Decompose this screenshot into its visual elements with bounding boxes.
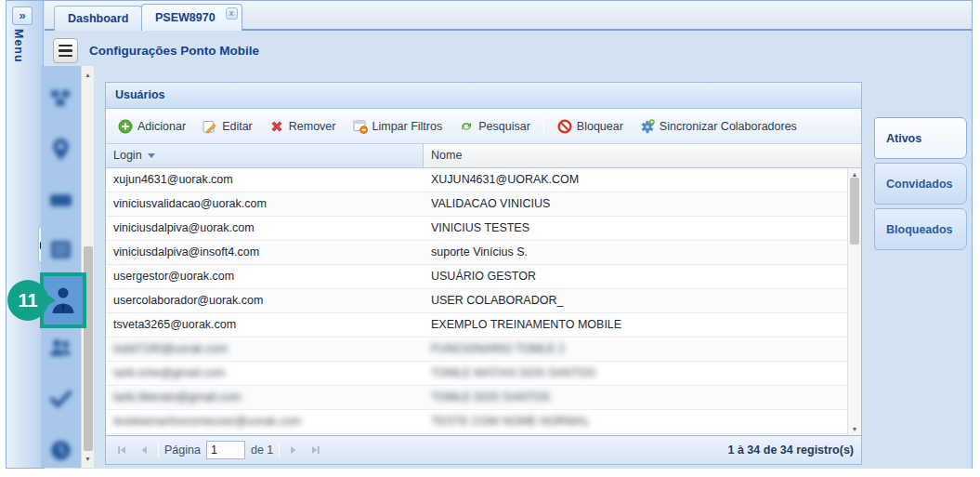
cell-nome: suporte Vinícius S. — [424, 241, 861, 264]
cell-nome: XUJUN4631@UORAK.COM — [424, 168, 861, 192]
annotation-badge-tail — [42, 291, 56, 310]
tab-dashboard[interactable]: Dashboard — [54, 6, 142, 31]
cell-nome: TESTE COM NOME NORMAL — [424, 410, 861, 433]
refresh-icon — [459, 119, 474, 134]
sync-gear-icon — [640, 119, 655, 134]
location-icon[interactable] — [48, 137, 73, 162]
block-icon — [557, 119, 572, 134]
cell-nome: TOMLE DOS SANTOS — [424, 386, 861, 409]
card-icon[interactable] — [48, 188, 73, 213]
tab-psew8970-label: PSEW8970 — [155, 11, 216, 24]
sincronizar-colaboradores-label: Sincronizar Colaboradores — [660, 120, 797, 133]
remover-label: Remover — [289, 120, 336, 133]
sincronizar-colaboradores-button[interactable]: Sincronizar Colaboradores — [634, 115, 804, 138]
tab-bloqueados[interactable]: Bloqueados — [874, 208, 967, 250]
editar-button[interactable]: Editar — [196, 115, 259, 138]
cell-login: testetamanhonomeuser@uorak.com — [106, 410, 424, 433]
limpar-filtros-button[interactable]: Limpar Filtros — [346, 115, 450, 138]
cell-nome: USUÁRIO GESTOR — [424, 265, 861, 288]
cell-nome: EXEMPLO TREINAMENTO MOBILE — [424, 313, 861, 337]
cell-login: viniciusdalpiva@uorak.com — [106, 217, 424, 240]
tab-convidados[interactable]: Convidados — [874, 163, 967, 205]
pagination-separator — [279, 443, 280, 457]
table-scrollbar[interactable]: ▲ ▼ — [847, 168, 861, 435]
records-summary: 1 à 34 de 34 registro(s) — [728, 444, 854, 457]
cell-login: tarik.tche@gmail.com — [106, 362, 424, 385]
app-window: » Menu Dashboard PSEW8970 x Configuraçõe… — [0, 0, 980, 477]
scroll-up-icon[interactable]: ▲ — [848, 171, 861, 178]
cell-login: todd7190@uorak.com — [106, 338, 424, 361]
cell-nome: FUNCIONARIO TOMLE 2 — [424, 338, 861, 361]
table-row[interactable]: usergestor@uorak.com USUÁRIO GESTOR — [106, 265, 861, 289]
table-scrollbar-thumb[interactable] — [850, 178, 859, 245]
cell-nome: VALIDACAO VINICIUS — [424, 192, 861, 216]
usuarios-panel: Usuários Adicionar Editar Remover Limpar… — [105, 82, 862, 465]
table-row[interactable]: viniciusvalidacao@uorak.com VALIDACAO VI… — [106, 192, 861, 217]
cell-login: tsveta3265@uorak.com — [106, 313, 424, 337]
editar-label: Editar — [222, 120, 253, 133]
icon-sidebar — [41, 66, 81, 468]
remove-icon — [269, 119, 284, 134]
cell-login: viniciusvalidacao@uorak.com — [106, 192, 424, 216]
menu-strip-label: Menu — [12, 29, 25, 63]
next-page-button[interactable] — [285, 442, 302, 458]
scroll-down-icon[interactable]: ▼ — [848, 426, 861, 432]
sort-desc-icon — [148, 153, 155, 158]
table-row-blurred[interactable]: todd7190@uorak.com FUNCIONARIO TOMLE 2 — [106, 338, 861, 362]
bloquear-button[interactable]: Bloquear — [551, 115, 630, 138]
hamburger-menu-button[interactable] — [53, 38, 78, 63]
table-row[interactable]: usercolaborador@uorak.com USER COLABORAD… — [106, 289, 861, 313]
prev-page-button[interactable] — [136, 442, 152, 458]
cell-nome: VINICIUS TESTES — [424, 217, 861, 240]
last-page-button[interactable] — [307, 442, 324, 458]
column-header-nome[interactable]: Nome — [424, 144, 861, 167]
clear-filters-icon — [353, 119, 368, 134]
page-total-label: de 1 — [251, 444, 273, 457]
page-title: Configurações Ponto Mobile — [89, 44, 259, 58]
cell-login: usergestor@uorak.com — [106, 265, 424, 288]
table-row-blurred[interactable]: testetamanhonomeuser@uorak.com TESTE COM… — [106, 410, 861, 434]
table-header: Login Nome — [106, 144, 861, 168]
column-header-login[interactable]: Login — [106, 144, 424, 167]
cell-login: usercolaborador@uorak.com — [106, 289, 424, 312]
cell-login: tarik.liberato@gmail.com — [106, 386, 424, 409]
panel-title: Usuários — [106, 83, 861, 109]
table-row[interactable]: viniciusdalpiva@uorak.com VINICIUS TESTE… — [106, 217, 861, 241]
table-body: xujun4631@uorak.com XUJUN4631@UORAK.COM … — [106, 168, 861, 435]
table-row[interactable]: tsveta3265@uorak.com EXEMPLO TREINAMENTO… — [106, 313, 861, 338]
check-icon[interactable] — [48, 386, 73, 411]
first-page-button[interactable] — [113, 442, 130, 458]
edit-icon — [203, 119, 217, 134]
column-login-label: Login — [113, 144, 142, 167]
pesquisar-label: Pesquisar — [478, 120, 530, 133]
toolbar: Adicionar Editar Remover Limpar Filtros … — [106, 109, 861, 144]
adicionar-button[interactable]: Adicionar — [111, 115, 192, 138]
menu-expand-button[interactable]: » — [12, 7, 33, 25]
pesquisar-button[interactable]: Pesquisar — [452, 115, 537, 138]
table-row-blurred[interactable]: tarik.tche@gmail.com TOMLE MATIAS DOS SA… — [106, 362, 861, 386]
modules-icon[interactable] — [48, 86, 73, 111]
adicionar-label: Adicionar — [137, 120, 186, 133]
cell-login: xujun4631@uorak.com — [106, 168, 424, 192]
tab-ativos[interactable]: Ativos — [874, 117, 967, 159]
menu-scrollbar[interactable]: ▲ ▼ — [81, 66, 94, 468]
table-row[interactable]: xujun4631@uorak.com XUJUN4631@UORAK.COM — [106, 168, 861, 192]
scroll-down-icon[interactable]: ▼ — [82, 456, 94, 462]
limpar-filtros-label: Limpar Filtros — [372, 120, 443, 133]
add-icon — [118, 119, 133, 134]
cell-login: viniciusdalpiva@insoft4.com — [106, 241, 424, 264]
remover-button[interactable]: Remover — [263, 115, 343, 138]
scroll-up-icon[interactable]: ▲ — [82, 72, 94, 78]
team-icon[interactable] — [48, 336, 73, 361]
page-number-input[interactable] — [206, 441, 245, 459]
cell-nome: USER COLABORADOR_ — [424, 289, 861, 312]
status-icon[interactable] — [48, 438, 73, 463]
table-row[interactable]: viniciusdalpiva@insoft4.com suporte Viní… — [106, 241, 861, 265]
table-row-blurred[interactable]: tarik.liberato@gmail.com TOMLE DOS SANTO… — [106, 386, 861, 410]
tab-psew8970[interactable]: PSEW8970 x — [141, 4, 242, 31]
list-icon[interactable] — [48, 237, 73, 262]
top-tabbar: Dashboard PSEW8970 x — [45, 1, 972, 31]
cell-nome: TOMLE MATIAS DOS SANTOS — [424, 362, 861, 385]
tab-close-icon[interactable]: x — [226, 7, 238, 20]
page-label: Página — [164, 444, 201, 457]
